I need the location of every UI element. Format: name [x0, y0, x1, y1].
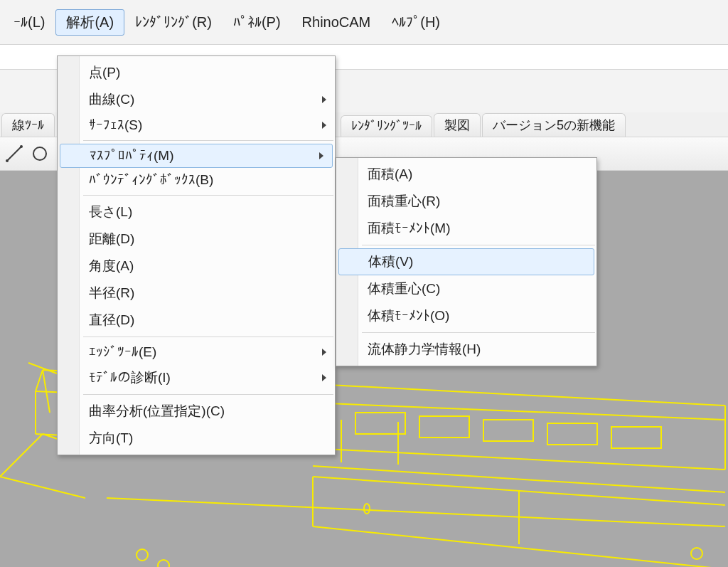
- tab-drafting[interactable]: 製図: [434, 113, 481, 137]
- menu-rhinocam[interactable]: RhinoCAM: [291, 11, 382, 34]
- menu-item-radius[interactable]: 半径(R): [58, 280, 335, 307]
- menu-item-label: 面積(A): [368, 166, 412, 181]
- menu-item-label: 曲線(C): [89, 92, 134, 107]
- menu-item-edge-tools[interactable]: ｴｯｼﾞﾂｰﾙ(E): [58, 340, 335, 364]
- svg-point-18: [364, 504, 370, 514]
- menu-item-label: 方向(T): [89, 430, 133, 445]
- svg-point-2: [20, 145, 23, 148]
- menu-separator: [83, 394, 333, 395]
- menu-item-label: 長さ(L): [89, 204, 132, 219]
- menu-analyze-dropdown: 点(P) 曲線(C) ｻｰﾌｪｽ(S) ﾏｽﾌﾟﾛﾊﾟﾃｨ(M) ﾊﾞｳﾝﾃﾞｨ…: [57, 55, 336, 455]
- svg-line-16: [107, 498, 725, 526]
- svg-line-17: [313, 466, 725, 492]
- line-tool-icon[interactable]: [4, 144, 24, 164]
- menu-item-hydrostatics[interactable]: 流体静力学情報(H): [336, 336, 596, 363]
- menu-item-label: 直径(D): [89, 312, 134, 327]
- menubar: ｰﾙ(L) 解析(A) ﾚﾝﾀﾞﾘﾝｸﾞ(R) ﾊﾟﾈﾙ(P) RhinoCAM…: [0, 0, 728, 44]
- menu-item-length[interactable]: 長さ(L): [58, 198, 335, 226]
- menu-tools[interactable]: ｰﾙ(L): [3, 11, 55, 34]
- menu-item-label: 距離(D): [89, 231, 134, 246]
- menu-item-diameter[interactable]: 直径(D): [58, 307, 335, 334]
- menu-item-label: ﾏｽﾌﾟﾛﾊﾟﾃｨ(M): [90, 148, 173, 163]
- svg-rect-5: [419, 416, 469, 438]
- menu-item-model-diagnostics[interactable]: ﾓﾃﾞﾙの診断(I): [58, 364, 335, 391]
- menu-item-label: 半径(R): [89, 285, 134, 300]
- menu-item-area-centroid[interactable]: 面積重心(R): [336, 188, 596, 215]
- svg-point-3: [33, 147, 46, 160]
- svg-rect-8: [611, 427, 661, 448]
- menu-separator: [362, 245, 595, 245]
- menu-item-mass-properties[interactable]: ﾏｽﾌﾟﾛﾊﾟﾃｨ(M): [60, 144, 333, 168]
- menu-item-label: ｻｰﾌｪｽ(S): [89, 117, 142, 132]
- menu-rendering[interactable]: ﾚﾝﾀﾞﾘﾝｸﾞ(R): [124, 11, 223, 34]
- menu-separator: [83, 337, 333, 337]
- tab-v5-whats-new[interactable]: バージョン5の新機能: [482, 113, 626, 137]
- menu-help[interactable]: ﾍﾙﾌﾟ(H): [381, 11, 451, 34]
- menu-separator: [362, 332, 595, 333]
- menu-item-label: ﾊﾞｳﾝﾃﾞｨﾝｸﾞﾎﾞｯｸｽ(B): [89, 172, 213, 187]
- menu-item-surface[interactable]: ｻｰﾌｪｽ(S): [58, 113, 335, 137]
- menu-item-curvature-analysis[interactable]: 曲率分析(位置指定)(C): [58, 398, 335, 425]
- svg-rect-7: [547, 423, 597, 445]
- submenu-arrow-icon: [322, 96, 326, 103]
- menu-separator: [83, 140, 333, 141]
- menu-item-volume-centroid[interactable]: 体積重心(C): [336, 275, 596, 302]
- menu-item-area-moments[interactable]: 面積ﾓｰﾒﾝﾄ(M): [336, 215, 596, 242]
- svg-point-13: [136, 549, 148, 561]
- svg-line-0: [7, 147, 21, 161]
- menu-item-distance[interactable]: 距離(D): [58, 226, 335, 253]
- submenu-arrow-icon: [319, 152, 323, 159]
- menu-analyze[interactable]: 解析(A): [55, 9, 124, 36]
- menu-item-label: 体積(V): [368, 254, 413, 269]
- menu-item-label: 流体静力学情報(H): [368, 341, 481, 356]
- menu-item-bounding-box[interactable]: ﾊﾞｳﾝﾃﾞｨﾝｸﾞﾎﾞｯｸｽ(B): [58, 168, 335, 192]
- menu-item-volume[interactable]: 体積(V): [338, 248, 594, 275]
- tab-line-tools[interactable]: 線ﾂｰﾙ: [1, 113, 55, 137]
- menu-item-label: 体積重心(C): [368, 281, 440, 296]
- submenu-mass-properties: 面積(A) 面積重心(R) 面積ﾓｰﾒﾝﾄ(M) 体積(V) 体積重心(C) 体…: [336, 157, 597, 366]
- svg-rect-6: [483, 420, 533, 441]
- circle-tool-icon[interactable]: [30, 144, 50, 164]
- menu-item-label: 面積重心(R): [368, 194, 440, 208]
- menu-panel[interactable]: ﾊﾟﾈﾙ(P): [223, 11, 291, 34]
- submenu-arrow-icon: [322, 374, 326, 381]
- menu-item-angle[interactable]: 角度(A): [58, 253, 335, 280]
- submenu-arrow-icon: [322, 122, 326, 129]
- tab-rendering-tools[interactable]: ﾚﾝﾀﾞﾘﾝｸﾞﾂｰﾙ: [341, 115, 432, 137]
- menu-item-curve[interactable]: 曲線(C): [58, 86, 335, 113]
- submenu-arrow-icon: [322, 349, 326, 356]
- svg-point-15: [691, 548, 702, 559]
- menu-item-label: 角度(A): [89, 258, 134, 273]
- menu-item-label: 点(P): [89, 65, 120, 80]
- menu-item-label: 曲率分析(位置指定)(C): [89, 403, 225, 418]
- menu-item-label: 体積ﾓｰﾒﾝﾄ(O): [368, 308, 449, 323]
- svg-point-14: [158, 560, 169, 567]
- menu-item-volume-moments[interactable]: 体積ﾓｰﾒﾝﾄ(O): [336, 302, 596, 329]
- menu-separator: [83, 195, 333, 196]
- menu-item-label: 面積ﾓｰﾒﾝﾄ(M): [368, 221, 450, 235]
- menu-item-label: ｴｯｼﾞﾂｰﾙ(E): [89, 344, 156, 359]
- svg-point-1: [6, 159, 9, 162]
- menu-item-point[interactable]: 点(P): [58, 59, 335, 86]
- menu-item-area[interactable]: 面積(A): [336, 161, 596, 188]
- menu-item-direction[interactable]: 方向(T): [58, 425, 335, 452]
- menu-item-label: ﾓﾃﾞﾙの診断(I): [89, 370, 171, 385]
